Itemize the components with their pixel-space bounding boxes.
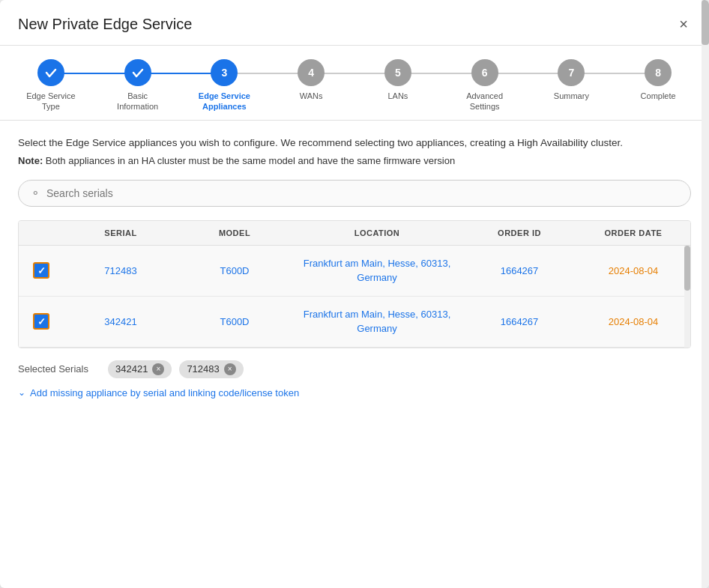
location-cell-1: Frankfurt am Main, Hesse, 60313, Germany	[292, 253, 462, 288]
step-circle-1	[37, 59, 64, 86]
scrollbar-track[interactable]	[684, 246, 690, 348]
note-prefix: Note:	[18, 155, 43, 166]
step-label-5: LANs	[387, 91, 408, 101]
add-missing-link[interactable]: ⌄ Add missing appliance by serial and li…	[18, 387, 691, 398]
step-circle-8: 8	[645, 59, 672, 86]
step-3: 3Edge Service Appliances	[181, 59, 268, 112]
table-header-model: MODEL	[178, 228, 292, 237]
modal-scrollbar-thumb[interactable]	[702, 0, 709, 45]
serial-cell-1: 712483	[64, 262, 178, 279]
appliances-table: SERIALMODELLOCATIONORDER IDORDER DATE 71…	[18, 220, 691, 348]
step-2: Basic Information	[94, 59, 181, 112]
modal-body: Select the Edge Service appliances you w…	[0, 121, 709, 588]
selected-serials-label: Selected Serials	[18, 363, 100, 375]
modal-header: New Private Edge Service ×	[0, 0, 709, 46]
row-checkbox-1[interactable]	[33, 262, 49, 279]
serial-tag-2-value: 712483	[187, 363, 219, 375]
search-bar: ⚬	[18, 180, 691, 207]
note-body: Both appliances in an HA cluster must be…	[46, 155, 455, 166]
table-header-order-id: ORDER ID	[462, 228, 576, 237]
order-date-cell-1: 2024-08-04	[576, 262, 690, 279]
step-1: Edge Service Type	[7, 59, 94, 112]
description-text: Select the Edge Service appliances you w…	[18, 136, 691, 151]
table-header: SERIALMODELLOCATIONORDER IDORDER DATE	[19, 221, 690, 246]
step-5: 5LANs	[354, 59, 441, 101]
modal-scrollbar[interactable]	[702, 0, 709, 588]
step-circle-3: 3	[211, 59, 238, 86]
step-circle-2	[124, 59, 151, 86]
order-id-cell-0: 1664267	[462, 313, 576, 330]
checkbox-cell-0	[19, 310, 64, 333]
table-header-order-date: ORDER DATE	[576, 228, 690, 237]
order-id-cell-1: 1664267	[462, 262, 576, 279]
location-cell-0: Frankfurt am Main, Hesse, 60313, Germany	[292, 304, 462, 339]
modal-title: New Private Edge Service	[18, 16, 192, 33]
remove-serial-342421[interactable]: ×	[152, 363, 164, 375]
step-8: 8Complete	[615, 59, 702, 101]
search-icon: ⚬	[31, 187, 40, 200]
scrollbar-thumb[interactable]	[684, 246, 690, 291]
serial-tag-2: 712483 ×	[179, 360, 243, 378]
modal: New Private Edge Service × Edge Service …	[0, 0, 709, 588]
serial-cell-0: 342421	[64, 313, 178, 330]
model-cell-1: T600D	[178, 262, 292, 279]
close-button[interactable]: ×	[676, 13, 691, 34]
step-label-1: Edge Service Type	[21, 91, 81, 112]
step-circle-7: 7	[558, 59, 585, 86]
step-label-6: Advanced Settings	[455, 91, 515, 112]
table-header-serial: SERIAL	[64, 228, 178, 237]
step-label-8: Complete	[641, 91, 676, 101]
add-missing-label: Add missing appliance by serial and link…	[30, 387, 299, 398]
table-row: 712483T600DFrankfurt am Main, Hesse, 603…	[19, 246, 690, 297]
model-cell-0: T600D	[178, 313, 292, 330]
table-row: 342421T600DFrankfurt am Main, Hesse, 603…	[19, 297, 690, 348]
step-7: 7Summary	[528, 59, 615, 101]
step-4: 4WANs	[268, 59, 354, 101]
step-label-3: Edge Service Appliances	[194, 91, 254, 112]
step-circle-6: 6	[471, 59, 498, 86]
step-label-2: Basic Information	[108, 91, 168, 112]
serial-tag-1-value: 342421	[115, 363, 148, 375]
stepper: Edge Service TypeBasic Information3Edge …	[0, 46, 709, 121]
table-body: 712483T600DFrankfurt am Main, Hesse, 603…	[19, 246, 690, 348]
step-circle-5: 5	[384, 59, 411, 86]
chevron-down-icon: ⌄	[18, 387, 25, 398]
order-date-cell-0: 2024-08-04	[576, 313, 690, 330]
step-circle-4: 4	[298, 59, 325, 86]
step-label-4: WANs	[300, 91, 323, 101]
table-header-location: LOCATION	[292, 228, 462, 237]
step-label-7: Summary	[554, 91, 589, 101]
search-input[interactable]	[46, 187, 678, 199]
table-header-checkbox	[19, 228, 64, 237]
selected-serials-row: Selected Serials 342421 × 712483 ×	[18, 360, 691, 378]
remove-serial-712483[interactable]: ×	[224, 363, 236, 375]
note-text: Note: Both appliances in an HA cluster m…	[18, 155, 691, 166]
step-6: 6Advanced Settings	[441, 59, 528, 112]
checkbox-cell-1	[19, 259, 64, 282]
serial-tag-1: 342421 ×	[108, 360, 172, 378]
row-checkbox-0[interactable]	[33, 313, 49, 330]
